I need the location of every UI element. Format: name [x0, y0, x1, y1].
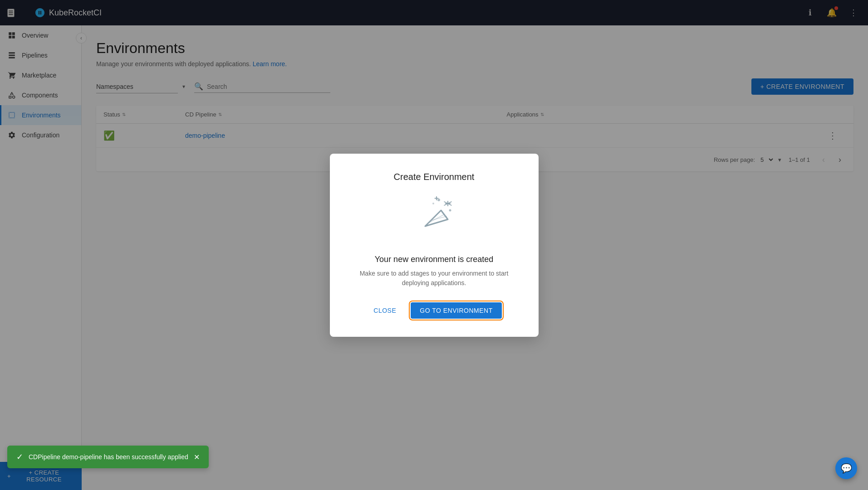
modal-overlay[interactable]: Create Environment: [0, 0, 868, 490]
svg-point-13: [432, 203, 434, 204]
toast-message: CDPipeline demo-pipeline has been succes…: [29, 453, 188, 461]
svg-point-12: [437, 199, 440, 201]
chat-fab-button[interactable]: 💬: [835, 457, 857, 479]
create-environment-dialog: Create Environment: [330, 154, 539, 337]
dialog-illustration: [407, 188, 461, 244]
dialog-go-environment-button[interactable]: GO TO ENVIRONMENT: [411, 302, 501, 319]
dialog-actions: CLOSE GO TO ENVIRONMENT: [366, 302, 501, 319]
dialog-title: Create Environment: [394, 172, 475, 182]
toast-check-icon: ✓: [16, 452, 23, 462]
close-icon: ✕: [194, 453, 200, 461]
svg-point-14: [449, 209, 451, 211]
dialog-body-text: Make sure to add stages to your environm…: [352, 269, 517, 288]
dialog-body-heading: Your new environment is created: [375, 255, 493, 264]
toast-notification: ✓ CDPipeline demo-pipeline has been succ…: [7, 446, 209, 468]
chat-icon: 💬: [841, 463, 852, 474]
toast-close-button[interactable]: ✕: [194, 453, 200, 461]
dialog-close-button[interactable]: CLOSE: [366, 303, 403, 318]
